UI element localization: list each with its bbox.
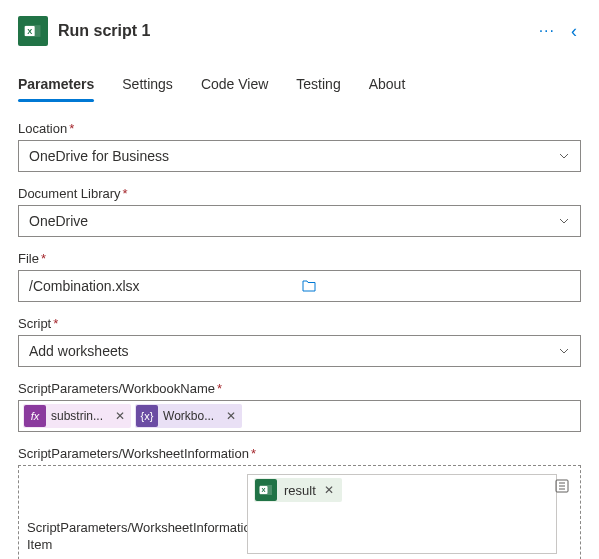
- excel-icon: X: [255, 479, 277, 501]
- location-select[interactable]: OneDrive for Business: [18, 140, 581, 172]
- file-input[interactable]: /Combination.xlsx: [18, 270, 581, 302]
- token-remove-button[interactable]: ✕: [109, 409, 131, 423]
- variable-icon: {x}: [136, 405, 158, 427]
- library-select[interactable]: OneDrive: [18, 205, 581, 237]
- script-value: Add worksheets: [29, 343, 129, 359]
- library-value: OneDrive: [29, 213, 88, 229]
- worksheet-info-dropzone[interactable]: ScriptParameters/WorksheetInformation It…: [18, 465, 581, 559]
- parameters-form: Location* OneDrive for Business Document…: [18, 103, 581, 559]
- workbook-name-label: ScriptParameters/WorkbookName*: [18, 381, 581, 396]
- result-token[interactable]: X result ✕: [254, 478, 342, 502]
- token-text: result: [278, 483, 322, 498]
- inner-card-header: X result ✕: [248, 475, 556, 505]
- chevron-down-icon: [558, 345, 570, 357]
- script-select[interactable]: Add worksheets: [18, 335, 581, 367]
- field-library: Document Library* OneDrive: [18, 186, 581, 237]
- svg-text:X: X: [27, 27, 32, 36]
- field-worksheet-info: ScriptParameters/WorksheetInformation* S…: [18, 446, 581, 559]
- worksheet-info-label: ScriptParameters/WorksheetInformation*: [18, 446, 581, 461]
- token-remove-button[interactable]: ✕: [220, 409, 242, 423]
- workbook-name-input[interactable]: fx substrin... ✕ {x} Workbo... ✕: [18, 400, 581, 432]
- header-actions: ··· ‹: [535, 17, 581, 46]
- tab-settings[interactable]: Settings: [122, 70, 173, 102]
- location-value: OneDrive for Business: [29, 148, 169, 164]
- token-text: Workbo...: [159, 409, 220, 423]
- tab-code-view[interactable]: Code View: [201, 70, 268, 102]
- field-workbook-name: ScriptParameters/WorkbookName* fx substr…: [18, 381, 581, 432]
- fx-icon: fx: [24, 405, 46, 427]
- chevron-down-icon: [558, 215, 570, 227]
- field-location: Location* OneDrive for Business: [18, 121, 581, 172]
- token-text: substrin...: [47, 409, 109, 423]
- worksheet-info-item-card[interactable]: X result ✕: [247, 474, 557, 554]
- tab-parameters[interactable]: Parameters: [18, 70, 94, 102]
- browse-file-button[interactable]: [297, 276, 573, 296]
- var-token-workbook[interactable]: {x} Workbo... ✕: [135, 404, 242, 428]
- action-card: X Run script 1 ··· ‹ Parameters Settings…: [0, 0, 599, 559]
- file-label: File*: [18, 251, 581, 266]
- svg-text:X: X: [261, 487, 265, 493]
- field-script: Script* Add worksheets: [18, 316, 581, 367]
- more-menu-button[interactable]: ···: [535, 18, 559, 44]
- card-header: X Run script 1 ··· ‹: [18, 12, 581, 62]
- token-remove-button[interactable]: ✕: [322, 483, 342, 497]
- worksheet-item-label: ScriptParameters/WorksheetInformation It…: [27, 520, 217, 554]
- collapse-button[interactable]: ‹: [567, 17, 581, 46]
- card-title: Run script 1: [58, 22, 525, 40]
- tab-about[interactable]: About: [369, 70, 406, 102]
- dynamic-content-button[interactable]: [552, 476, 572, 496]
- chevron-down-icon: [558, 150, 570, 162]
- location-label: Location*: [18, 121, 581, 136]
- library-label: Document Library*: [18, 186, 581, 201]
- file-value: /Combination.xlsx: [29, 278, 297, 294]
- tab-testing[interactable]: Testing: [296, 70, 340, 102]
- fx-token-substring[interactable]: fx substrin... ✕: [23, 404, 131, 428]
- tab-bar: Parameters Settings Code View Testing Ab…: [18, 70, 581, 103]
- excel-icon: X: [18, 16, 48, 46]
- script-label: Script*: [18, 316, 581, 331]
- field-file: File* /Combination.xlsx: [18, 251, 581, 302]
